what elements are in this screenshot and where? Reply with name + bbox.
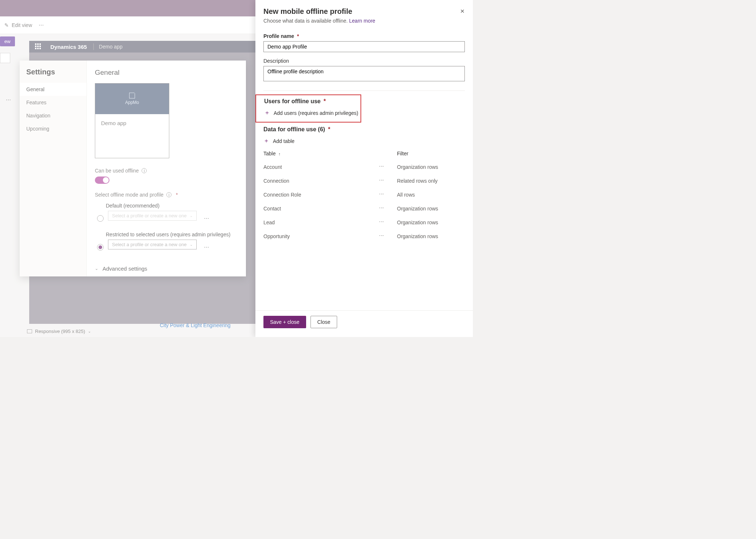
settings-nav-navigation[interactable]: Navigation	[20, 109, 86, 122]
add-users-label: Add users (requires admin privileges)	[274, 110, 358, 116]
select-mode-text: Select offline mode and profile	[95, 192, 163, 198]
row-table-name: Connection Role	[263, 192, 381, 198]
required-indicator: *	[328, 126, 330, 133]
table-row[interactable]: Connection⋮Related rows only	[263, 174, 465, 188]
row-filter: Organization rows	[397, 233, 465, 239]
add-table-label: Add table	[273, 138, 294, 144]
row-more-icon[interactable]: ⋮	[381, 206, 382, 210]
waffle-icon[interactable]	[35, 43, 42, 50]
row-filter: Organization rows	[397, 220, 465, 225]
radio-option2-row[interactable]: Select a profile or create a new one ⌄ ⋯	[95, 240, 238, 255]
profile-name-input[interactable]	[263, 41, 465, 52]
row-table-name: Contact	[263, 206, 381, 212]
radio-icon-checked[interactable]	[97, 244, 104, 251]
row-more-icon[interactable]: ⋮	[381, 220, 382, 224]
close-button[interactable]: Close	[310, 316, 338, 328]
profile-name-label: Profile name *	[263, 33, 465, 39]
row-more-icon[interactable]: ⋮	[381, 192, 382, 197]
more-icon[interactable]: ⋯	[204, 216, 210, 221]
table-row[interactable]: Opportunity⋮Organization rows	[263, 229, 465, 243]
data-section-title: Data for offline use (6) *	[263, 126, 465, 133]
users-title-text: Users for offline use	[264, 98, 321, 105]
offline-label: Can be used offline i	[95, 168, 238, 174]
panel-title: New mobile offline profile	[263, 7, 465, 16]
more-icon[interactable]: ⋯	[204, 244, 210, 250]
small-input-box[interactable]	[0, 53, 10, 63]
required-indicator: *	[176, 192, 178, 198]
row-table-name: Lead	[263, 220, 381, 225]
settings-nav-upcoming[interactable]: Upcoming	[20, 122, 86, 135]
plus-icon: ＋	[264, 109, 270, 117]
chevron-down-icon: ⌄	[95, 266, 98, 271]
advanced-settings-row[interactable]: ⌄ Advanced settings	[95, 265, 238, 272]
row-table-name: Opportunity	[263, 233, 381, 239]
row-more-icon[interactable]: ⋮	[381, 233, 382, 238]
panel-subtitle: Choose what data is available offline. L…	[263, 18, 465, 24]
settings-nav-general[interactable]: General	[20, 83, 86, 96]
col-table-header[interactable]: Table ↑	[263, 151, 381, 156]
new-button[interactable]: ew	[0, 36, 15, 46]
description-label: Description	[263, 58, 465, 64]
monitor-icon	[27, 329, 32, 333]
row-table-name: Connection	[263, 178, 381, 184]
select-placeholder: Select a profile or create a new one	[112, 213, 187, 218]
table-row[interactable]: Contact⋮Organization rows	[263, 202, 465, 216]
edit-view-label[interactable]: Edit view	[12, 22, 32, 28]
row-more-icon[interactable]: ⋮	[381, 164, 382, 169]
settings-panel: Settings General Features Navigation Upc…	[20, 61, 246, 276]
offline-toggle[interactable]	[95, 177, 109, 184]
required-indicator: *	[324, 98, 326, 105]
add-users-button[interactable]: ＋ Add users (requires admin privileges)	[264, 107, 360, 119]
save-close-button[interactable]: Save + close	[263, 316, 306, 328]
general-heading: General	[95, 69, 238, 77]
col-table-label: Table	[263, 151, 275, 156]
profile-select-disabled: Select a profile or create a new one ⌄	[108, 211, 197, 221]
advanced-label: Advanced settings	[103, 265, 147, 272]
radio-option1-row[interactable]: Select a profile or create a new one ⌄ ⋯	[95, 211, 238, 226]
learn-more-link[interactable]: Learn more	[349, 18, 375, 24]
app-tile-alt: AppMo	[125, 100, 139, 105]
settings-sidebar: Settings General Features Navigation Upc…	[20, 61, 87, 276]
row-more-icon[interactable]: ⋮	[381, 178, 382, 183]
table-row[interactable]: Lead⋮Organization rows	[263, 216, 465, 229]
row-table-name: Account	[263, 164, 381, 170]
sort-up-icon: ↑	[278, 152, 281, 156]
brand-label: Dynamics 365	[50, 44, 87, 50]
add-table-button[interactable]: ＋ Add table	[263, 135, 465, 147]
select-placeholder: Select a profile or create a new one	[112, 242, 187, 247]
close-icon[interactable]: ✕	[460, 8, 465, 15]
radio-option2-label: Restricted to selected users (requires a…	[95, 232, 238, 237]
header-divider	[93, 43, 94, 50]
app-tile[interactable]: AppMo Demo app	[95, 83, 169, 158]
table-header: Table ↑ Filter	[263, 147, 465, 160]
panel-header: ✕ New mobile offline profile Choose what…	[255, 0, 473, 27]
description-input[interactable]: Offline profile description	[263, 66, 465, 81]
radio-icon[interactable]	[97, 215, 104, 222]
data-table-rows: Account⋮Organization rowsConnection⋮Rela…	[263, 160, 465, 243]
row-filter: Organization rows	[397, 206, 465, 212]
data-title-text: Data for offline use (6)	[263, 126, 325, 133]
responsive-footer[interactable]: Responsive (995 x 825) ⌄	[27, 329, 91, 334]
settings-main: General AppMo Demo app Can be used offli…	[87, 61, 246, 276]
app-tile-image: AppMo	[95, 84, 169, 114]
settings-title: Settings	[20, 68, 86, 83]
settings-nav-features[interactable]: Features	[20, 96, 86, 109]
info-icon[interactable]: i	[166, 192, 171, 197]
table-row[interactable]: Connection Role⋮All rows	[263, 188, 465, 202]
required-indicator: *	[297, 33, 299, 39]
panel-body: Profile name * Description Offline profi…	[255, 27, 473, 310]
chevron-down-icon: ⌄	[190, 243, 193, 247]
side-more-icon[interactable]: ⋯	[6, 97, 12, 103]
info-icon[interactable]: i	[142, 168, 147, 173]
offline-profile-panel: ✕ New mobile offline profile Choose what…	[255, 0, 473, 337]
offline-label-text: Can be used offline	[95, 168, 139, 174]
profile-select[interactable]: Select a profile or create a new one ⌄	[108, 240, 197, 249]
col-filter-header[interactable]: Filter	[397, 151, 465, 156]
users-section-highlight: Users for offline use * ＋ Add users (req…	[255, 94, 361, 123]
row-filter: All rows	[397, 192, 465, 198]
broken-image-icon	[129, 93, 135, 98]
radio-option1-label: Default (recommended)	[95, 203, 238, 209]
users-section-title: Users for offline use *	[264, 98, 360, 105]
more-icon[interactable]: ⋯	[39, 22, 45, 28]
table-row[interactable]: Account⋮Organization rows	[263, 160, 465, 174]
